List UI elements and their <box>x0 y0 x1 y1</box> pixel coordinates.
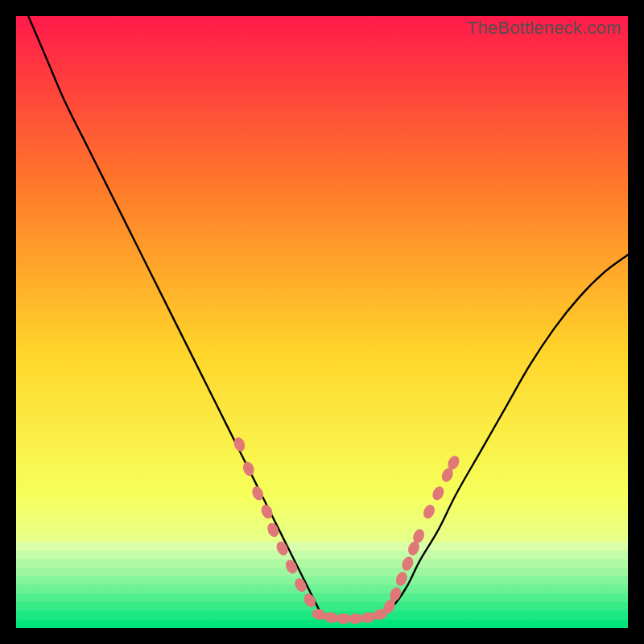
watermark-text: TheBottleneck.com <box>467 18 621 39</box>
band <box>16 559 628 568</box>
band <box>16 551 628 559</box>
band <box>16 593 628 602</box>
band <box>16 576 628 585</box>
band <box>16 585 628 594</box>
chart-frame: TheBottleneck.com <box>16 16 628 628</box>
band <box>16 568 628 577</box>
band <box>16 619 628 628</box>
band <box>16 543 628 551</box>
gradient-background <box>16 16 628 628</box>
band <box>16 602 628 611</box>
chart-svg <box>16 16 628 628</box>
